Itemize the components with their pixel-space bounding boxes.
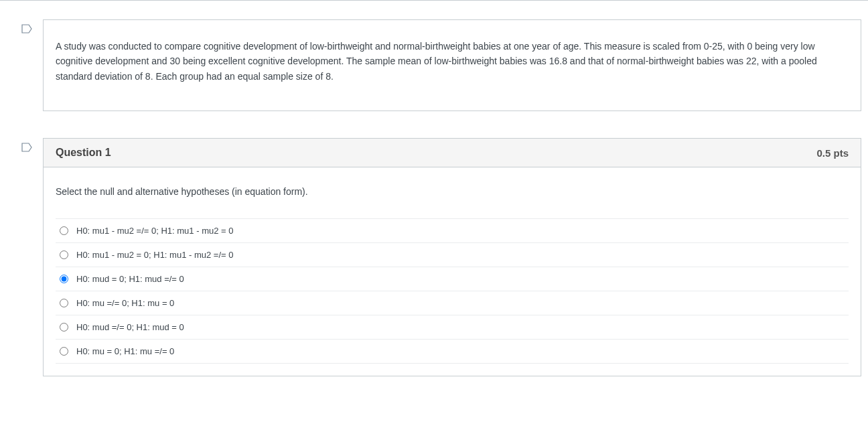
answer-radio[interactable] bbox=[60, 226, 68, 235]
answer-text: H0: mud = 0; H1: mud =/= 0 bbox=[76, 274, 184, 284]
question-prompt: Select the null and alternative hypothes… bbox=[56, 186, 849, 197]
answer-option[interactable]: H0: mu1 - mu2 = 0; H1: mu1 - mu2 =/= 0 bbox=[56, 243, 849, 267]
question-body: Select the null and alternative hypothes… bbox=[44, 167, 861, 376]
top-divider bbox=[0, 0, 868, 1]
answer-radio[interactable] bbox=[60, 347, 68, 356]
answer-option[interactable]: H0: mu1 - mu2 =/= 0; H1: mu1 - mu2 = 0 bbox=[56, 219, 849, 243]
content-wrapper: A study was conducted to compare cogniti… bbox=[0, 19, 868, 376]
answer-radio[interactable] bbox=[60, 275, 68, 283]
question-header: Question 1 0.5 pts bbox=[44, 139, 861, 167]
answer-option[interactable]: H0: mud = 0; H1: mud =/= 0 bbox=[56, 267, 849, 291]
question-panel: Question 1 0.5 pts Select the null and a… bbox=[43, 138, 861, 376]
question-block-row: Question 1 0.5 pts Select the null and a… bbox=[21, 138, 861, 376]
answer-text: H0: mu1 - mu2 =/= 0; H1: mu1 - mu2 = 0 bbox=[76, 226, 233, 236]
answer-text: H0: mu1 - mu2 = 0; H1: mu1 - mu2 =/= 0 bbox=[76, 250, 233, 260]
info-block-row: A study was conducted to compare cogniti… bbox=[21, 19, 861, 111]
answer-radio[interactable] bbox=[60, 323, 68, 332]
answer-option[interactable]: H0: mu = 0; H1: mu =/= 0 bbox=[56, 340, 849, 364]
info-text: A study was conducted to compare cogniti… bbox=[56, 41, 817, 82]
answer-radio[interactable] bbox=[60, 250, 68, 259]
question-title: Question 1 bbox=[56, 147, 111, 159]
answer-text: H0: mud =/= 0; H1: mud = 0 bbox=[76, 322, 184, 332]
info-panel: A study was conducted to compare cogniti… bbox=[43, 19, 861, 111]
answer-option[interactable]: H0: mu =/= 0; H1: mu = 0 bbox=[56, 291, 849, 315]
question-points: 0.5 pts bbox=[816, 147, 849, 159]
answer-option[interactable]: H0: mud =/= 0; H1: mud = 0 bbox=[56, 315, 849, 340]
answer-text: H0: mu = 0; H1: mu =/= 0 bbox=[76, 346, 174, 356]
answer-text: H0: mu =/= 0; H1: mu = 0 bbox=[76, 298, 174, 308]
answer-radio[interactable] bbox=[60, 299, 68, 307]
bookmark-icon[interactable] bbox=[21, 142, 32, 153]
answer-list: H0: mu1 - mu2 =/= 0; H1: mu1 - mu2 = 0 H… bbox=[56, 218, 849, 364]
bookmark-icon[interactable] bbox=[21, 23, 32, 34]
